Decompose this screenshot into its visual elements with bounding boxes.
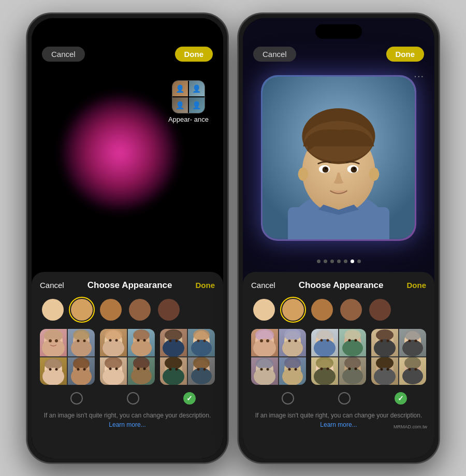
panel-done-right[interactable]: Done — [406, 281, 426, 290]
panel-cancel-left[interactable]: Cancel — [40, 281, 64, 290]
page-dot-3 — [330, 259, 334, 263]
avatar-card-3-right[interactable] — [371, 329, 426, 385]
svg-point-102 — [342, 340, 363, 356]
svg-point-92 — [282, 368, 303, 385]
svg-point-26 — [133, 329, 150, 341]
learn-more-link-left[interactable]: Learn more... — [109, 421, 145, 428]
top-cancel-right[interactable]: Cancel — [253, 47, 296, 62]
avatar-face-1d — [68, 357, 95, 385]
avatar-card-2-right[interactable] — [311, 329, 366, 385]
svg-point-49 — [203, 339, 206, 342]
svg-point-128 — [381, 368, 383, 370]
skin-swatch-2-right[interactable] — [282, 299, 304, 321]
svg-point-57 — [191, 368, 212, 384]
skin-swatch-5-right[interactable] — [369, 299, 391, 321]
avatar-card-1-left[interactable] — [40, 329, 95, 385]
avatar-face-r2a — [311, 329, 338, 356]
svg-point-113 — [348, 367, 351, 370]
avatar-face-1c — [40, 357, 67, 385]
svg-point-7 — [71, 339, 92, 356]
svg-point-96 — [316, 329, 333, 341]
svg-point-86 — [256, 358, 273, 369]
avatar-face-1b — [68, 329, 95, 356]
avatar-face-r3c — [371, 357, 398, 385]
svg-point-52 — [163, 368, 184, 385]
svg-point-41 — [165, 329, 182, 341]
svg-point-109 — [327, 367, 329, 370]
svg-point-107 — [314, 368, 336, 385]
panel-cancel-right[interactable]: Cancel — [251, 281, 275, 290]
radio-btn-2-right[interactable] — [319, 392, 370, 405]
svg-point-48 — [197, 339, 200, 342]
appearance-cell-4: 👤 — [189, 97, 205, 113]
svg-point-32 — [103, 368, 124, 385]
radio-circle-1-right[interactable] — [282, 392, 294, 405]
radio-circle-1-left[interactable] — [70, 392, 83, 405]
svg-point-117 — [374, 339, 396, 356]
svg-point-9 — [83, 339, 86, 342]
appearance-cell-2: 👤 — [189, 81, 205, 96]
svg-point-31 — [105, 357, 122, 369]
svg-point-46 — [193, 329, 210, 341]
svg-point-104 — [355, 339, 357, 341]
svg-point-99 — [327, 339, 329, 341]
dynamic-island-left — [104, 24, 151, 39]
avatar-frame — [261, 75, 416, 241]
top-bar-left: Cancel Done — [32, 47, 223, 62]
skin-swatch-4-right[interactable] — [340, 299, 362, 321]
top-cancel-left[interactable]: Cancel — [42, 47, 85, 62]
three-dots-menu[interactable]: ··· — [414, 70, 424, 82]
svg-point-79 — [266, 339, 269, 342]
svg-point-37 — [131, 368, 152, 384]
learn-more-link-right[interactable]: Learn more... — [320, 421, 357, 428]
svg-point-83 — [288, 339, 291, 342]
skin-swatch-1-left[interactable] — [42, 299, 64, 321]
svg-point-43 — [169, 339, 172, 342]
svg-point-44 — [176, 339, 178, 342]
radio-circle-2-left[interactable] — [127, 392, 139, 405]
avatar-face-r1c — [251, 357, 278, 385]
radio-btn-1-right[interactable] — [263, 392, 314, 405]
skin-swatch-3-right[interactable] — [311, 299, 333, 321]
panel-done-left[interactable]: Done — [195, 281, 215, 290]
svg-point-91 — [284, 357, 301, 369]
radio-circle-2-right[interactable] — [338, 392, 351, 405]
top-bar-right: Cancel Done — [243, 47, 434, 62]
avatar-face-r3b — [399, 329, 426, 356]
svg-point-119 — [387, 339, 389, 342]
radio-circle-3-right[interactable]: ✓ — [395, 392, 407, 405]
phone-left-screen: Cancel Done 👤 👤 👤 👤 Appear- ance Cancel — [32, 18, 223, 458]
avatar-card-3-left[interactable] — [160, 329, 215, 385]
appearance-cell-1: 👤 — [172, 81, 188, 96]
phone-left: Cancel Done 👤 👤 👤 👤 Appear- ance Cancel — [26, 13, 228, 464]
svg-point-94 — [295, 368, 297, 370]
skin-swatch-5-left[interactable] — [158, 299, 180, 321]
svg-point-8 — [77, 339, 80, 342]
avatar-face-2b — [128, 329, 155, 356]
appearance-icon-widget[interactable]: 👤 👤 👤 👤 Appear- ance — [168, 80, 209, 123]
svg-point-22 — [103, 339, 124, 356]
radio-btn-1-left[interactable] — [51, 392, 103, 405]
svg-point-39 — [143, 367, 146, 370]
phone-right-screen: Cancel Done ··· — [243, 18, 434, 458]
svg-point-59 — [203, 368, 206, 370]
svg-point-54 — [176, 368, 178, 370]
avatar-face-r1a — [251, 329, 278, 356]
top-done-left[interactable]: Done — [175, 47, 213, 62]
svg-point-19 — [83, 368, 86, 370]
skin-swatch-4-left[interactable] — [129, 299, 151, 321]
skin-swatch-2-left[interactable] — [71, 299, 93, 321]
radio-btn-2-left[interactable] — [108, 392, 159, 405]
skin-swatch-1-right[interactable] — [253, 299, 275, 321]
skin-swatch-3-left[interactable] — [100, 299, 122, 321]
radio-circle-3-left[interactable]: ✓ — [183, 392, 196, 405]
panel-title-right: Choose Appearance — [299, 280, 384, 291]
appearance-cell-3: 👤 — [172, 97, 188, 113]
radio-btn-3-right[interactable]: ✓ — [375, 392, 426, 405]
avatar-card-2-left[interactable] — [100, 329, 155, 385]
svg-point-98 — [321, 339, 323, 341]
avatar-card-1-right[interactable] — [251, 329, 306, 385]
top-done-right[interactable]: Done — [386, 47, 425, 62]
dynamic-island-right — [315, 24, 362, 39]
radio-btn-3-left[interactable]: ✓ — [164, 392, 215, 405]
